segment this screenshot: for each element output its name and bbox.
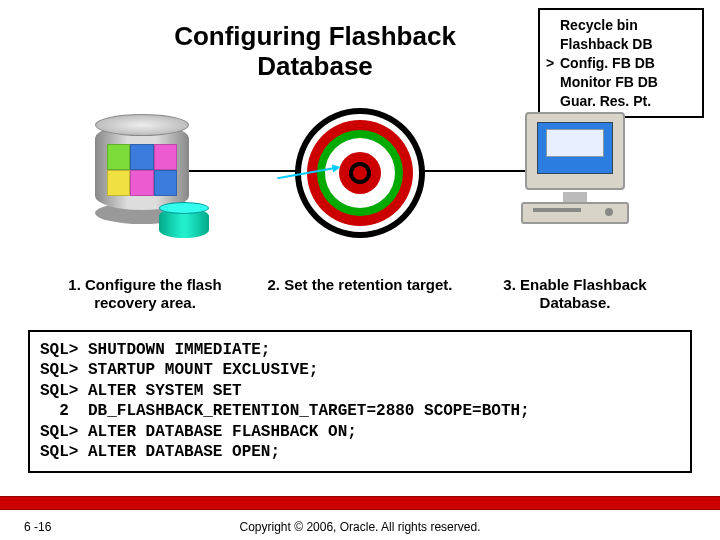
- slide-title: Configuring Flashback Database: [120, 22, 510, 82]
- nav-item: Flashback DB: [546, 35, 694, 54]
- slide: Configuring Flashback Database Recycle b…: [0, 0, 720, 540]
- db-cylinder-icon: [85, 108, 205, 228]
- footer: ORACLE 6 -16 Copyright © 2006, Oracle. A…: [0, 498, 720, 540]
- step-caption-3: 3. Enable Flashback Database.: [480, 276, 670, 312]
- nav-item: Monitor FB DB: [546, 73, 694, 92]
- copyright-text: Copyright © 2006, Oracle. All rights res…: [0, 520, 720, 534]
- graphics-row: [40, 108, 680, 268]
- sql-code-block: SQL> SHUTDOWN IMMEDIATE; SQL> STARTUP MO…: [28, 330, 692, 473]
- dartboard-icon: [295, 108, 425, 238]
- computer-icon: [505, 108, 645, 238]
- puzzle-icon: [107, 144, 177, 196]
- step-caption-1: 1. Configure the flash recovery area.: [50, 276, 240, 312]
- step-caption-2: 2. Set the retention target.: [265, 276, 455, 294]
- nav-box: Recycle bin Flashback DB >Config. FB DB …: [538, 8, 704, 118]
- figure-database: [50, 108, 240, 228]
- figure-target: [265, 108, 455, 238]
- figure-computer: [480, 108, 670, 238]
- nav-item-current: >Config. FB DB: [546, 54, 694, 73]
- nav-item: Recycle bin: [546, 16, 694, 35]
- recovery-area-icon: [159, 202, 209, 238]
- footer-red-bar: [0, 496, 720, 510]
- nav-marker-current: >: [546, 54, 560, 73]
